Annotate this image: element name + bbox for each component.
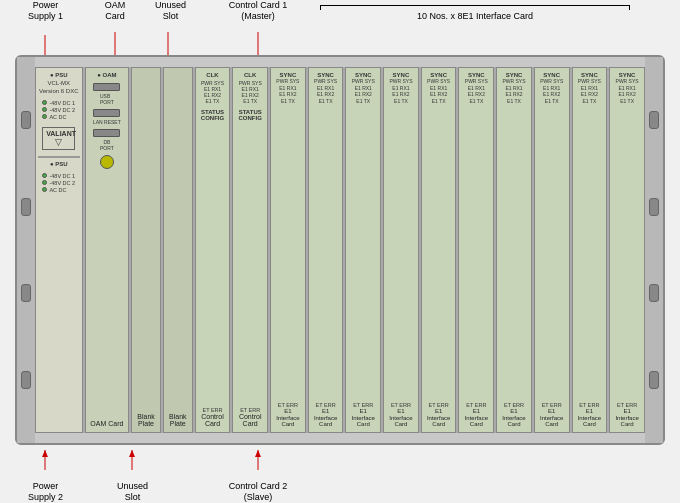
- e1-9-label: E1 InterfaceCard: [575, 408, 605, 428]
- ctrl1-leds: PWR SYSE1 RX1E1 RX2E1 TX: [198, 78, 228, 106]
- psu1-model: VCL-MX Version 6 DXC: [38, 80, 80, 96]
- ctrl1-config: CONFIG: [201, 115, 224, 121]
- control-card-1-slot: CLK PWR SYSE1 RX1E1 RX2E1 TX STATUS CONF…: [195, 67, 231, 433]
- brand-name: VALIANT: [46, 130, 71, 137]
- oam-usb-port: [93, 83, 120, 91]
- e1-1-label: E1 InterfaceCard: [273, 408, 303, 428]
- oam-slot-label: OAM Card: [90, 420, 123, 428]
- ctrl1-slot-label: Control Card: [201, 413, 224, 428]
- oam-label: ● OAM: [97, 72, 116, 78]
- led-row: -48V DC 1: [42, 100, 75, 106]
- led-row: -48V DC 2: [42, 107, 75, 113]
- led-green: [42, 173, 47, 178]
- psu2-leds: -48V DC 1 -48V DC 2 AC DC: [42, 172, 75, 194]
- e1-9-leds: PWR SYSE1 RX1E1 RX2E1 TX: [578, 78, 601, 104]
- e1-card-8: SYNC PWR SYSE1 RX1E1 RX2E1 TX ET ERR E1 …: [534, 67, 570, 433]
- mount-hole: [21, 371, 31, 389]
- svg-marker-13: [255, 450, 261, 457]
- e1-card-5: SYNC PWR SYSE1 RX1E1 RX2E1 TX ET ERR E1 …: [421, 67, 457, 433]
- svg-marker-11: [129, 450, 135, 457]
- led-label: -48V DC 1: [49, 100, 75, 106]
- e1-card-1: SYNC PWR SYSE1 RX1E1 RX2E1 TX ET ERR E1 …: [270, 67, 306, 433]
- mount-hole: [649, 371, 659, 389]
- ctrl2-slot-label: Control Card: [239, 413, 262, 428]
- ctrl2-pwr: PWR SYSE1 RX1E1 RX2E1 TX: [237, 80, 263, 104]
- valiant-logo: VALIANT ▽: [42, 127, 75, 150]
- blank-slot-2: Blank Plate: [163, 67, 193, 433]
- ctrl1-pwr: PWR SYSE1 RX1E1 RX2E1 TX: [200, 80, 226, 104]
- label-unused-slot-2: Unused Slot: [110, 481, 155, 503]
- e1-6-label: E1 InterfaceCard: [461, 408, 491, 428]
- blank-slot-1: Blank Plate: [131, 67, 161, 433]
- ear-left: [17, 57, 35, 443]
- e1-3-leds: PWR SYSE1 RX1E1 RX2E1 TX: [352, 78, 375, 104]
- blank1-label: Blank Plate: [137, 413, 155, 428]
- led-label: AC DC: [49, 187, 66, 193]
- oam-db-port: [93, 129, 120, 137]
- e1-card-6: SYNC PWR SYSE1 RX1E1 RX2E1 TX ET ERR E1 …: [458, 67, 494, 433]
- page-wrapper: Power Supply 1 OAM Card Unused Slot Cont…: [0, 0, 680, 503]
- e1-7-leds: PWR SYSE1 RX1E1 RX2E1 TX: [502, 78, 525, 104]
- e1-card-3: SYNC PWR SYSE1 RX1E1 RX2E1 TX ET ERR E1 …: [345, 67, 381, 433]
- led-label: AC DC: [49, 114, 66, 120]
- e1-3-label: E1 InterfaceCard: [348, 408, 378, 428]
- e1-10-label: E1 InterfaceCard: [612, 408, 642, 428]
- ctrl2-leds: PWR SYSE1 RX1E1 RX2E1 TX: [235, 78, 265, 106]
- ear-right: [645, 57, 663, 443]
- mount-hole: [649, 111, 659, 129]
- e1-card-7: SYNC PWR SYSE1 RX1E1 RX2E1 TX ET ERR E1 …: [496, 67, 532, 433]
- e1-5-label: E1 InterfaceCard: [424, 408, 454, 428]
- e1-10-leds: PWR SYSE1 RX1E1 RX2E1 TX: [616, 78, 639, 104]
- psu1-leds: -48V DC 1 -48V DC 2 AC DC: [42, 99, 75, 121]
- mount-hole: [21, 198, 31, 216]
- e1-2-label: E1 InterfaceCard: [311, 408, 341, 428]
- brand-v-icon: ▽: [46, 137, 71, 147]
- e1-7-label: E1 InterfaceCard: [499, 408, 529, 428]
- e1-1-leds: PWR SYSE1 RX1E1 RX2E1 TX: [276, 78, 299, 104]
- label-oam-card: OAM Card: [95, 0, 135, 22]
- oam-lan-port: [93, 109, 120, 117]
- e1-8-leds: PWR SYSE1 RX1E1 RX2E1 TX: [540, 78, 563, 104]
- e1-2-leds: PWR SYSE1 RX1E1 RX2E1 TX: [314, 78, 337, 104]
- led-row: -48V DC 1: [42, 173, 75, 179]
- oam-indicator: [100, 155, 114, 169]
- led-green: [42, 180, 47, 185]
- mount-hole: [649, 284, 659, 302]
- mount-hole: [21, 284, 31, 302]
- psu1-label: ● PSU: [50, 72, 68, 78]
- e1-5-leds: PWR SYSE1 RX1E1 RX2E1 TX: [427, 78, 450, 104]
- oam-slot: ● OAM USBPORT LAN RESET DBPORT OAM Card: [85, 67, 130, 433]
- chassis: ● PSU VCL-MX Version 6 DXC -48V DC 1 -48…: [15, 55, 665, 445]
- ctrl2-config: CONFIG: [239, 115, 262, 121]
- led-green: [42, 187, 47, 192]
- led-label: -48V DC 1: [49, 173, 75, 179]
- led-label: -48V DC 2: [49, 107, 75, 113]
- led-row: AC DC: [42, 187, 75, 193]
- label-control-card-2: Control Card 2 (Slave): [218, 481, 298, 503]
- e1-card-9: SYNC PWR SYSE1 RX1E1 RX2E1 TX ET ERR E1 …: [572, 67, 608, 433]
- e1-8-label: E1 InterfaceCard: [537, 408, 567, 428]
- led-row: -48V DC 2: [42, 180, 75, 186]
- label-unused-slot: Unused Slot: [148, 0, 193, 22]
- label-power-supply-2: Power Supply 2: [18, 481, 73, 503]
- led-green: [42, 114, 47, 119]
- svg-marker-9: [42, 450, 48, 457]
- led-label: -48V DC 2: [49, 180, 75, 186]
- oam-lan-label: LAN RESET: [93, 119, 121, 125]
- e1-card-10: SYNC PWR SYSE1 RX1E1 RX2E1 TX ET ERR E1 …: [609, 67, 645, 433]
- blank2-label: Blank Plate: [169, 413, 187, 428]
- led-row: AC DC: [42, 114, 75, 120]
- oam-db-label: DBPORT: [100, 139, 114, 151]
- label-power-supply-1: Power Supply 1: [18, 0, 73, 22]
- e1-card-2: SYNC PWR SYSE1 RX1E1 RX2E1 TX ET ERR E1 …: [308, 67, 344, 433]
- e1-4-label: E1 InterfaceCard: [386, 408, 416, 428]
- psu1-slot: ● PSU VCL-MX Version 6 DXC -48V DC 1 -48…: [35, 67, 83, 433]
- e1-card-4: SYNC PWR SYSE1 RX1E1 RX2E1 TX ET ERR E1 …: [383, 67, 419, 433]
- label-ten-nos: 10 Nos. x 8E1 Interface Card: [320, 5, 630, 22]
- label-control-card-1: Control Card 1 (Master): [218, 0, 298, 22]
- oam-usb-label: USBPORT: [100, 93, 114, 105]
- e1-4-leds: PWR SYSE1 RX1E1 RX2E1 TX: [389, 78, 412, 104]
- h-divider: [38, 156, 80, 158]
- led-green: [42, 100, 47, 105]
- led-green: [42, 107, 47, 112]
